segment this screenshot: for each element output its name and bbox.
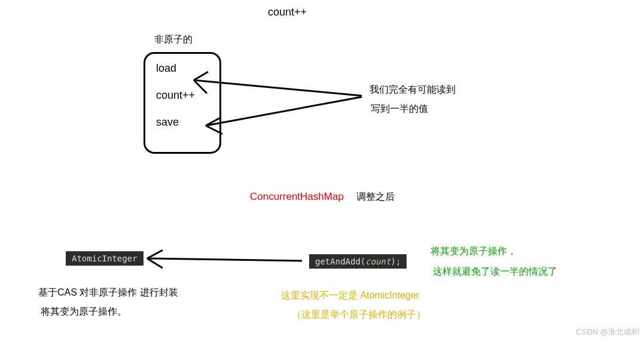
ops-box-line2: count++	[156, 89, 209, 102]
green-line1: 将其变为原子操作，	[431, 245, 517, 258]
gold-line1: 这里实现不一定是 AtomicInteger	[281, 290, 419, 302]
ops-box-line1: load	[156, 62, 209, 75]
watermark: CSDN @淮北成枳	[576, 327, 639, 337]
explain-line2: 将其变为原子操作。	[41, 306, 127, 318]
top-title: count++	[268, 6, 307, 19]
after-label: 调整之后	[356, 191, 395, 203]
arrow-get-to-atomic	[147, 250, 302, 268]
gold-line2: （这里是举个原子操作的例子）	[292, 309, 426, 321]
concurrenthashmap-label: ConcurrentHashMap	[250, 191, 344, 203]
explain-line1: 基于CAS 对非原子操作 进行封装	[38, 287, 178, 299]
ops-box: load count++ save	[144, 52, 221, 154]
code-close: );	[390, 257, 401, 266]
code-arg: count	[365, 257, 390, 266]
top-note-line2: 写到一半的值	[371, 103, 428, 115]
arrow-to-countpp	[206, 97, 362, 134]
code-method: getAndAdd	[315, 257, 361, 266]
ops-box-line3: save	[156, 116, 209, 129]
getandadd-code: getAndAdd(count);	[309, 254, 407, 269]
nonatomic-label: 非原子的	[154, 34, 193, 46]
top-note-line1: 我们完全有可能读到	[370, 84, 456, 96]
atomicinteger-badge: AtomicInteger	[66, 251, 144, 266]
green-line2: 这样就避免了读一半的情况了	[433, 266, 557, 278]
